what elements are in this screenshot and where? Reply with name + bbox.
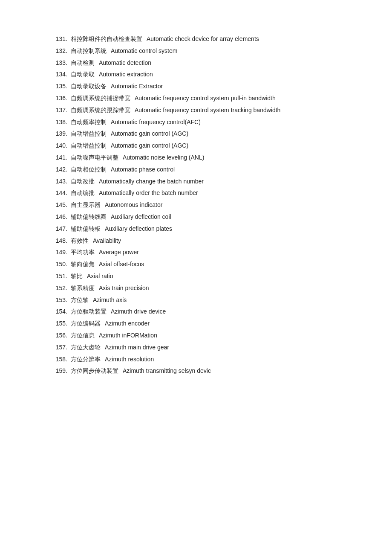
entry-english: Automatic Extractor bbox=[111, 81, 163, 92]
list-item: 155.方位编码器Azimuth encoder bbox=[51, 319, 341, 329]
list-item: 135.自动录取设备Automatic Extractor bbox=[51, 81, 341, 92]
entry-number: 135. bbox=[51, 81, 67, 92]
entry-number: 131. bbox=[51, 34, 67, 44]
list-item: 139.自动增益控制Automatic gain control (AGC) bbox=[51, 129, 341, 139]
entry-english: Automatic gain control (AGC) bbox=[111, 129, 188, 139]
entry-english: Automatic frequency control(AFC) bbox=[111, 117, 201, 128]
entry-number: 134. bbox=[51, 70, 67, 80]
entry-english: Axial ratio bbox=[87, 271, 113, 282]
entry-english: Auxiliary deflection coil bbox=[111, 212, 171, 222]
entry-chinese: 有效性 bbox=[71, 236, 89, 246]
entry-number: 140. bbox=[51, 141, 67, 151]
entry-english: Automatic phase control bbox=[111, 165, 175, 175]
entry-chinese: 自频调系统的捕捉带宽 bbox=[71, 93, 130, 104]
entry-number: 150. bbox=[51, 259, 67, 270]
entry-chinese: 自动噪声电平调整 bbox=[71, 153, 118, 163]
entry-number: 147. bbox=[51, 224, 67, 234]
entry-english: Autonomous indicator bbox=[105, 200, 162, 210]
entry-number: 137. bbox=[51, 105, 67, 116]
entry-english: Automatic gain control (AGC) bbox=[111, 141, 188, 151]
entry-chinese: 自动增益控制 bbox=[71, 129, 107, 139]
entry-number: 142. bbox=[51, 165, 67, 175]
list-item: 140.自动增益控制Automatic gain control (AGC) bbox=[51, 141, 341, 151]
list-item: 131.相控阵组件的自动检查装置Automatic check device f… bbox=[51, 34, 341, 44]
list-item: 138.自动频率控制Automatic frequency control(AF… bbox=[51, 117, 341, 128]
entry-english: Azimuth transmitting selsyn devic bbox=[123, 366, 211, 376]
entry-chinese: 自动编批 bbox=[71, 188, 95, 198]
entry-chinese: 自动频率控制 bbox=[71, 117, 107, 128]
list-item: 134.自动录取Automatic extraction bbox=[51, 70, 341, 80]
entry-english: Automatic control system bbox=[111, 46, 177, 56]
entry-chinese: 辅助偏转板 bbox=[71, 224, 101, 234]
entry-chinese: 方位轴 bbox=[71, 295, 89, 305]
list-item: 146.辅助偏转线圈Auxiliary deflection coil bbox=[51, 212, 341, 222]
entry-number: 155. bbox=[51, 319, 67, 329]
entry-english: Auxiliary deflection plates bbox=[105, 224, 172, 234]
entry-english: Automatically change the batch number bbox=[99, 177, 204, 187]
list-item: 149.平均功率Average power bbox=[51, 247, 341, 258]
entry-number: 144. bbox=[51, 188, 67, 198]
entry-number: 143. bbox=[51, 177, 67, 187]
entry-chinese: 自动控制系统 bbox=[71, 46, 107, 56]
entry-english: Automatic frequency control system track… bbox=[135, 105, 280, 116]
entry-chinese: 辅助偏转线圈 bbox=[71, 212, 107, 222]
list-item: 132.自动控制系统Automatic control system bbox=[51, 46, 341, 56]
entry-number: 156. bbox=[51, 331, 67, 341]
entry-number: 157. bbox=[51, 343, 67, 353]
entry-number: 159. bbox=[51, 366, 67, 376]
entry-chinese: 自动录取 bbox=[71, 70, 95, 80]
entry-chinese: 自频调系统的跟踪带宽 bbox=[71, 105, 130, 116]
entry-number: 132. bbox=[51, 46, 67, 56]
entry-chinese: 自动检测 bbox=[71, 58, 95, 68]
entry-english: Automatically order the batch number bbox=[99, 188, 198, 198]
list-item: 153.方位轴Azimuth axis bbox=[51, 295, 341, 305]
entries-list: 131.相控阵组件的自动检查装置Automatic check device f… bbox=[51, 34, 341, 376]
entry-chinese: 相控阵组件的自动检查装置 bbox=[71, 34, 142, 44]
list-item: 137.自频调系统的跟踪带宽Automatic frequency contro… bbox=[51, 105, 341, 116]
list-item: 141.自动噪声电平调整Automatic noise leveling (AN… bbox=[51, 153, 341, 163]
list-item: 144.自动编批Automatically order the batch nu… bbox=[51, 188, 341, 198]
entry-english: Automatic noise leveling (ANL) bbox=[123, 153, 204, 163]
list-item: 150.轴向偏焦Axial offset-focus bbox=[51, 259, 341, 270]
entry-number: 145. bbox=[51, 200, 67, 210]
entry-chinese: 轴系精度 bbox=[71, 283, 95, 293]
entry-chinese: 轴向偏焦 bbox=[71, 259, 95, 270]
list-item: 136.自频调系统的捕捉带宽Automatic frequency contro… bbox=[51, 93, 341, 104]
entry-number: 138. bbox=[51, 117, 67, 128]
entry-number: 133. bbox=[51, 58, 67, 68]
entry-english: Azimuth drive device bbox=[111, 307, 166, 317]
entry-chinese: 方位驱动装置 bbox=[71, 307, 107, 317]
entry-number: 136. bbox=[51, 93, 67, 104]
entry-english: Average power bbox=[99, 247, 139, 258]
entry-english: Automatic detection bbox=[99, 58, 151, 68]
entry-chinese: 自动增益控制 bbox=[71, 141, 107, 151]
entry-number: 154. bbox=[51, 307, 67, 317]
list-item: 133.自动检测Automatic detection bbox=[51, 58, 341, 68]
entry-chinese: 方位分辨率 bbox=[71, 355, 101, 365]
entry-number: 141. bbox=[51, 153, 67, 163]
list-item: 156.方位信息Azimuth inFORMation bbox=[51, 331, 341, 341]
entry-chinese: 自动相位控制 bbox=[71, 165, 107, 175]
entry-english: Azimuth encoder bbox=[105, 319, 150, 329]
entry-number: 139. bbox=[51, 129, 67, 139]
list-item: 159.方位同步传动装置Azimuth transmitting selsyn … bbox=[51, 366, 341, 376]
list-item: 145.自主显示器Autonomous indicator bbox=[51, 200, 341, 210]
entry-number: 149. bbox=[51, 247, 67, 258]
list-item: 158.方位分辨率Azimuth resolution bbox=[51, 355, 341, 365]
entry-number: 153. bbox=[51, 295, 67, 305]
entry-english: Azimuth resolution bbox=[105, 355, 154, 365]
entry-chinese: 方位大齿轮 bbox=[71, 343, 101, 353]
list-item: 142.自动相位控制Automatic phase control bbox=[51, 165, 341, 175]
entry-chinese: 方位信息 bbox=[71, 331, 95, 341]
list-item: 147.辅助偏转板Auxiliary deflection plates bbox=[51, 224, 341, 234]
entry-chinese: 方位同步传动装置 bbox=[71, 366, 118, 376]
list-item: 148.有效性Availability bbox=[51, 236, 341, 246]
list-item: 157.方位大齿轮Azimuth main drive gear bbox=[51, 343, 341, 353]
entry-english: Automatic check device for array element… bbox=[147, 34, 259, 44]
entry-english: Azimuth inFORMation bbox=[99, 331, 157, 341]
entry-chinese: 自动录取设备 bbox=[71, 81, 107, 92]
list-item: 154.方位驱动装置Azimuth drive device bbox=[51, 307, 341, 317]
entry-number: 151. bbox=[51, 271, 67, 282]
list-item: 151.轴比Axial ratio bbox=[51, 271, 341, 282]
entry-english: Axis train precision bbox=[99, 283, 149, 293]
